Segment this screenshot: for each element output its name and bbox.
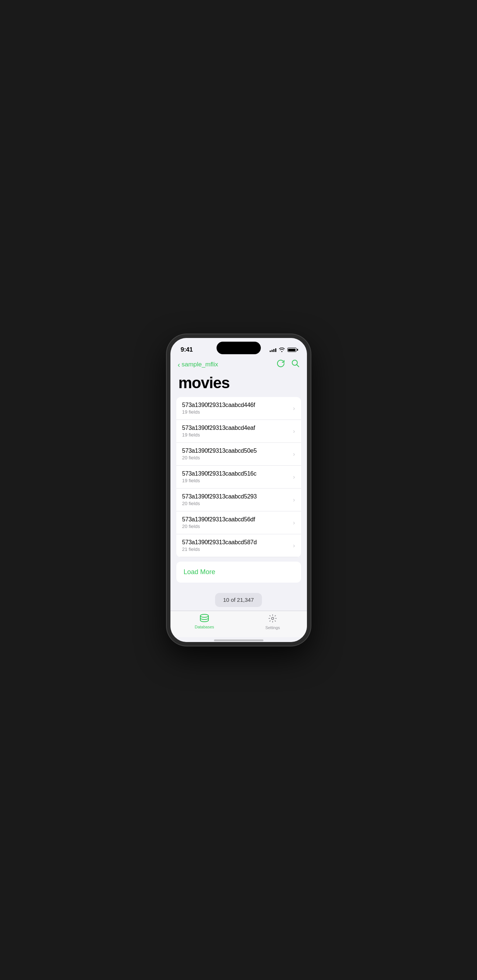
signal-bar-4 (275, 348, 276, 352)
list-item[interactable]: 573a1390f29313caabcd4eaf 19 fields › (176, 420, 301, 443)
phone-shell: 9:41 ‹ (167, 334, 311, 646)
chevron-right-icon: › (293, 428, 295, 435)
document-fields: 20 fields (182, 455, 293, 460)
status-icons (270, 348, 297, 352)
dynamic-island (216, 342, 261, 354)
nav-actions (277, 360, 300, 370)
back-chevron-icon: ‹ (178, 361, 180, 368)
home-indicator (170, 637, 307, 642)
list-item[interactable]: 573a1390f29313caabcd516c 19 fields › (176, 466, 301, 488)
list-item[interactable]: 573a1390f29313caabcd50e5 20 fields › (176, 443, 301, 466)
svg-line-1 (297, 364, 299, 367)
document-fields: 19 fields (182, 432, 293, 438)
document-id: 573a1390f29313caabcd56df (182, 516, 293, 523)
nav-back-button[interactable]: ‹ sample_mflix (178, 361, 218, 368)
document-id: 573a1390f29313caabcd4eaf (182, 425, 293, 431)
svg-point-3 (272, 617, 274, 619)
nav-bar: ‹ sample_mflix (170, 356, 307, 373)
chevron-right-icon: › (293, 496, 295, 503)
document-list-card: 573a1390f29313caabcd446f 19 fields › 573… (176, 397, 301, 557)
list-item[interactable]: 573a1390f29313caabcd587d 21 fields › (176, 534, 301, 557)
record-count-text: 10 of 21,347 (223, 597, 254, 603)
refresh-button[interactable] (277, 360, 285, 370)
tab-bar: Databases Settings (170, 611, 307, 637)
databases-label: Databases (195, 625, 214, 629)
home-indicator-bar (214, 640, 263, 641)
tab-databases[interactable]: Databases (170, 614, 238, 630)
document-fields: 19 fields (182, 409, 293, 415)
chevron-right-icon: › (293, 451, 295, 458)
load-more-button[interactable]: Load More (176, 562, 301, 582)
record-count-container: 10 of 21,347 (176, 587, 301, 611)
signal-bars-icon (270, 348, 276, 352)
document-id: 573a1390f29313caabcd446f (182, 402, 293, 409)
settings-label: Settings (265, 625, 280, 630)
nav-back-label: sample_mflix (181, 361, 218, 368)
document-fields: 20 fields (182, 501, 293, 506)
signal-bar-1 (270, 350, 271, 352)
wifi-icon (279, 348, 285, 352)
signal-bar-2 (272, 350, 273, 352)
status-bar: 9:41 (170, 338, 307, 356)
battery-fill (288, 349, 296, 351)
chevron-right-icon: › (293, 520, 295, 526)
content-area: 573a1390f29313caabcd446f 19 fields › 573… (170, 397, 307, 611)
settings-icon (268, 614, 277, 624)
tab-settings[interactable]: Settings (238, 614, 307, 630)
document-id: 573a1390f29313caabcd516c (182, 471, 293, 477)
document-fields: 20 fields (182, 523, 293, 529)
document-id: 573a1390f29313caabcd50e5 (182, 447, 293, 454)
list-item[interactable]: 573a1390f29313caabcd56df 20 fields › (176, 511, 301, 534)
chevron-right-icon: › (293, 405, 295, 412)
record-count-badge: 10 of 21,347 (215, 593, 262, 607)
chevron-right-icon: › (293, 474, 295, 480)
page-title-container: movies (170, 373, 307, 397)
signal-bar-3 (273, 349, 275, 352)
databases-icon (200, 614, 209, 624)
svg-point-2 (200, 614, 208, 617)
document-fields: 21 fields (182, 546, 293, 552)
list-item[interactable]: 573a1390f29313caabcd5293 20 fields › (176, 488, 301, 511)
chevron-right-icon: › (293, 542, 295, 549)
page-title: movies (178, 374, 230, 391)
document-id: 573a1390f29313caabcd5293 (182, 493, 293, 500)
list-item[interactable]: 573a1390f29313caabcd446f 19 fields › (176, 397, 301, 420)
search-button[interactable] (291, 360, 300, 370)
load-more-label: Load More (184, 568, 215, 576)
status-time: 9:41 (181, 346, 193, 353)
battery-icon (288, 348, 297, 352)
document-fields: 19 fields (182, 478, 293, 484)
document-id: 573a1390f29313caabcd587d (182, 539, 293, 546)
screen: 9:41 ‹ (170, 338, 307, 642)
